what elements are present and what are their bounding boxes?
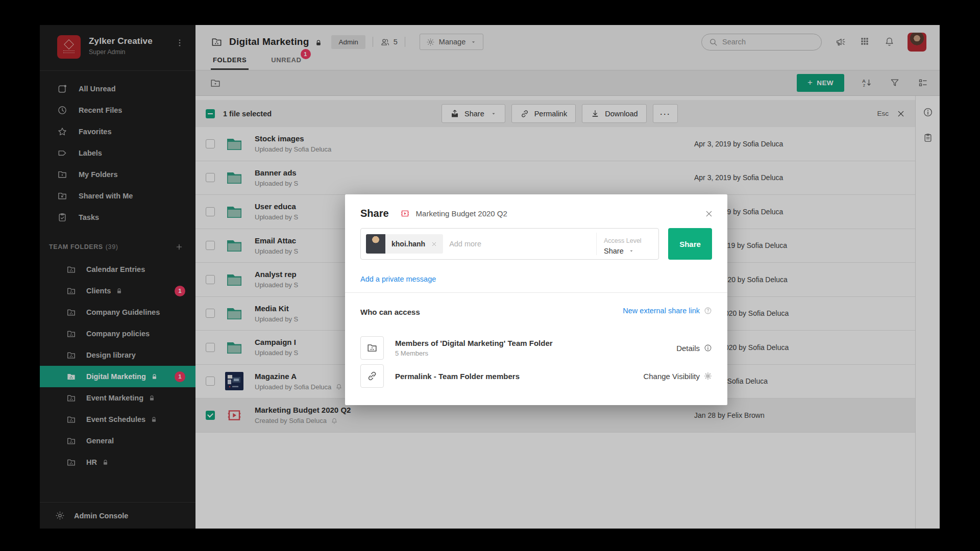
new-external-share-link[interactable]: New external share link: [623, 307, 700, 315]
presentation-file-icon: [400, 209, 410, 218]
dialog-title: Share: [360, 208, 389, 219]
recipient-avatar: [366, 234, 385, 254]
recipient-name: khoi.hanh: [391, 240, 425, 248]
access-level-dropdown[interactable]: Share: [604, 247, 651, 255]
access-level-label: Access Level: [604, 237, 651, 244]
details-button[interactable]: Details: [676, 344, 712, 353]
dialog-share-button[interactable]: Share: [668, 228, 712, 260]
help-icon[interactable]: [704, 307, 712, 315]
team-folder-icon: [360, 336, 384, 360]
recipient-chip[interactable]: khoi.hanh: [366, 234, 443, 254]
remove-recipient-icon[interactable]: [431, 241, 437, 247]
close-dialog-icon[interactable]: [705, 210, 713, 218]
add-private-message-link[interactable]: Add a private message: [360, 275, 436, 283]
change-visibility-button[interactable]: Change Visibility: [643, 372, 712, 381]
share-dialog: Share Marketing Budget 2020 Q2 khoi.hanh…: [345, 194, 727, 405]
info-icon: [704, 344, 712, 352]
access-row-members: Members of 'Digital Marketing' Team Fold…: [360, 333, 712, 363]
access-row-permalink: Permalink - Team Folder members Change V…: [360, 361, 712, 391]
link-icon: [360, 364, 384, 388]
dialog-file-name: Marketing Budget 2020 Q2: [416, 209, 507, 218]
recipients-input-box[interactable]: khoi.hanh Access Level Share: [360, 228, 659, 260]
gear-icon: [704, 372, 712, 380]
chevron-down-icon: [628, 248, 634, 254]
divider: [345, 292, 727, 293]
app-window: Zylker Creative Super Admin All Unread R…: [40, 25, 940, 529]
who-can-access-heading: Who can access: [360, 308, 420, 316]
add-more-input[interactable]: [443, 240, 596, 248]
